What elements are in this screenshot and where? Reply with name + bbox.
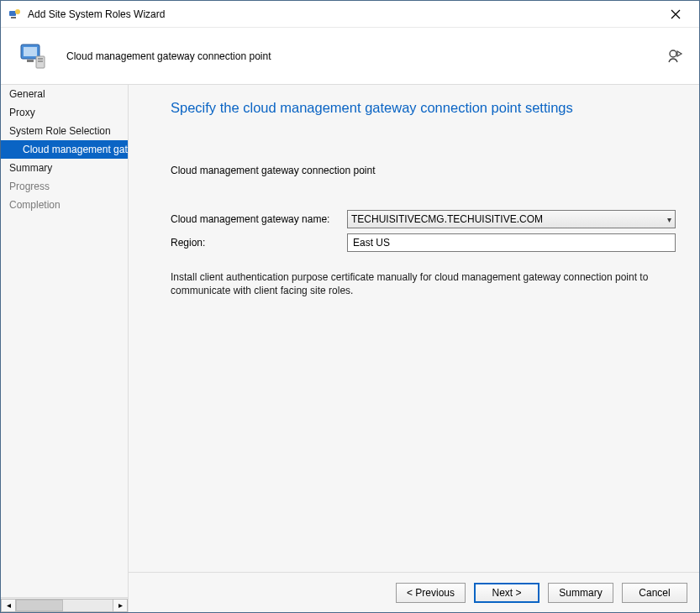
svg-rect-0	[9, 11, 16, 16]
region-label: Region:	[171, 237, 347, 249]
scroll-left-arrow[interactable]: ◂	[1, 599, 16, 612]
close-icon	[671, 9, 681, 19]
install-cert-note: Install client authentication purpose ce…	[171, 270, 675, 297]
window-title: Add Site System Roles Wizard	[28, 8, 659, 20]
wizard-header: Cloud management gateway connection poin…	[1, 28, 699, 85]
sidebar-list: General Proxy System Role Selection Clou…	[1, 85, 128, 597]
region-value: East US	[353, 237, 390, 249]
scroll-right-arrow[interactable]: ▸	[113, 599, 128, 612]
sidebar-item-completion[interactable]: Completion	[1, 196, 128, 214]
row-gateway-name: Cloud management gateway name: TECHUISIT…	[171, 210, 676, 228]
row-region: Region: East US	[171, 233, 676, 252]
page-title: Specify the cloud management gateway con…	[171, 100, 676, 116]
wizard-window: Add Site System Roles Wizard Cloud manag…	[0, 0, 700, 613]
content-area: Specify the cloud management gateway con…	[129, 85, 699, 612]
section-label: Cloud management gateway connection poin…	[171, 165, 676, 176]
svg-point-2	[15, 9, 20, 14]
feedback-icon[interactable]	[666, 47, 684, 65]
svg-point-11	[670, 50, 676, 57]
titlebar: Add Site System Roles Wizard	[1, 1, 699, 28]
gateway-name-select[interactable]: TECHUISITIVECMG.TECHUISITIVE.COM ▾	[347, 210, 676, 228]
sidebar: General Proxy System Role Selection Clou…	[1, 85, 129, 612]
gateway-name-value: TECHUISITIVECMG.TECHUISITIVE.COM	[351, 213, 543, 225]
sidebar-item-cloud-management-gateway[interactable]: Cloud management gate	[1, 140, 128, 159]
sidebar-item-summary[interactable]: Summary	[1, 159, 128, 177]
gateway-name-label: Cloud management gateway name:	[171, 213, 347, 225]
sidebar-item-system-role-selection[interactable]: System Role Selection	[1, 122, 128, 140]
sidebar-item-proxy[interactable]: Proxy	[1, 103, 128, 122]
svg-rect-1	[11, 17, 16, 18]
svg-rect-10	[38, 60, 43, 62]
region-textbox[interactable]: East US	[347, 233, 676, 252]
svg-rect-7	[27, 60, 34, 62]
sidebar-horizontal-scrollbar[interactable]: ◂ ▸	[1, 597, 128, 612]
app-icon	[8, 8, 21, 21]
summary-button[interactable]: Summary	[548, 583, 613, 603]
scroll-track[interactable]	[16, 599, 113, 612]
cancel-button[interactable]: Cancel	[622, 583, 687, 603]
sidebar-item-progress[interactable]: Progress	[1, 177, 128, 196]
chevron-down-icon: ▾	[667, 215, 671, 224]
close-button[interactable]	[659, 3, 692, 26]
scroll-thumb[interactable]	[16, 600, 63, 611]
wizard-footer: < Previous Next > Summary Cancel	[129, 572, 699, 612]
previous-button[interactable]: < Previous	[396, 583, 466, 603]
svg-rect-9	[38, 58, 43, 60]
svg-rect-6	[24, 47, 37, 56]
computer-icon	[16, 39, 50, 73]
next-button[interactable]: Next >	[474, 583, 539, 603]
sidebar-item-general[interactable]: General	[1, 85, 128, 103]
wizard-body: General Proxy System Role Selection Clou…	[1, 85, 699, 612]
header-subtitle: Cloud management gateway connection poin…	[66, 50, 271, 62]
